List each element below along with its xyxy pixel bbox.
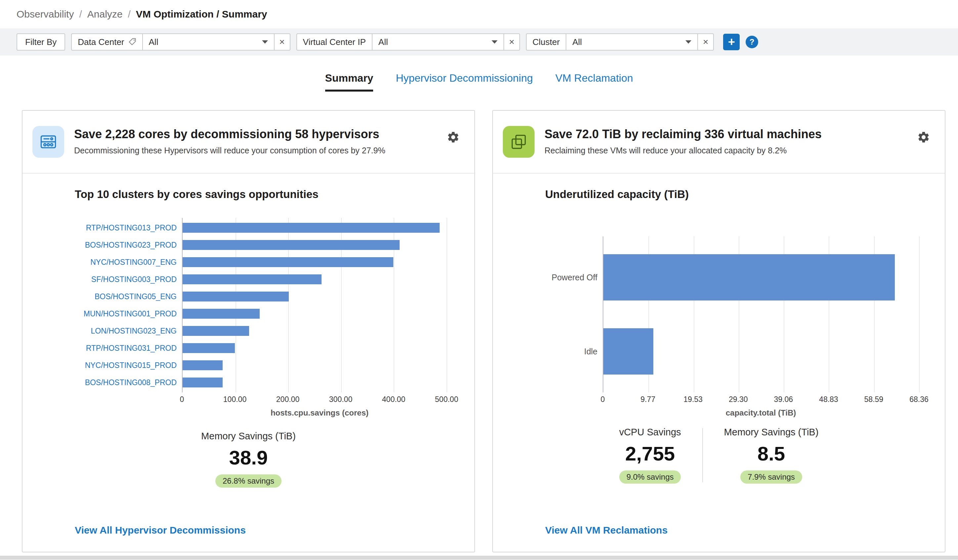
clear-virtual-center-ip-filter-button[interactable]: × (504, 33, 520, 51)
bar[interactable] (182, 343, 235, 353)
card-header: Save 2,228 cores by decommissioning 58 h… (22, 111, 474, 174)
filter-label-text: Data Center (78, 37, 124, 47)
selected-value: All (572, 37, 582, 47)
view-all-hypervisor-decommissions-link[interactable]: View All Hypervisor Decommissions (22, 525, 474, 552)
category-label[interactable]: RTP/HOSTING031_PROD (49, 340, 182, 357)
axis-tick-label: 100.00 (223, 395, 246, 404)
bar[interactable] (182, 378, 223, 388)
card-subtitle: Decommissioning these Hypervisors will r… (74, 146, 385, 155)
breadcrumb-separator: / (128, 9, 130, 20)
card-header: Save 72.0 TiB by reclaiming 336 virtual … (493, 111, 945, 174)
axis-tick-label: 500.00 (435, 395, 458, 404)
breadcrumb-current-page: VM Optimization / Summary (136, 9, 267, 20)
filter-label-data-center: Data Center (71, 33, 142, 51)
close-icon: × (509, 37, 514, 47)
axis-tick-label: 58.59 (864, 395, 883, 404)
tab-vm-reclamation[interactable]: VM Reclamation (555, 72, 633, 92)
stat-label: Memory Savings (TiB) (201, 431, 296, 441)
bar[interactable] (182, 326, 249, 336)
axis-tick-label: 0 (601, 395, 605, 404)
help-icon[interactable]: ? (745, 36, 758, 48)
filter-group-cluster: Cluster All × (526, 33, 714, 51)
axis-tick-label: 68.36 (909, 395, 929, 404)
filter-label-text: Virtual Center IP (303, 37, 366, 47)
axis-tick-label: 0 (180, 395, 184, 404)
settings-button[interactable] (447, 131, 460, 144)
axis-title: hosts.cpu.savings (cores) (182, 408, 457, 418)
stat-value: 8.5 (724, 442, 819, 465)
category-label[interactable]: LON/HOSTING023_ENG (49, 322, 182, 340)
bar[interactable] (182, 257, 393, 267)
savings-badge: 7.9% savings (740, 470, 802, 484)
summary-cards: Save 2,228 cores by decommissioning 58 h… (0, 110, 958, 552)
cores-savings-chart: RTP/HOSTING013_PRODBOS/HOSTING023_PRODNY… (49, 218, 457, 418)
gridline (447, 218, 447, 392)
category-label[interactable]: BOS/HOSTING05_ENG (49, 288, 182, 305)
stat-label: Memory Savings (TiB) (724, 427, 819, 438)
clear-cluster-filter-button[interactable]: × (698, 33, 714, 51)
memory-savings-stat: Memory Savings (TiB) 38.9 26.8% savings (182, 431, 314, 487)
page-bottom-strip (0, 556, 958, 560)
savings-badge: 9.0% savings (619, 470, 681, 484)
category-label[interactable]: RTP/HOSTING013_PROD (49, 219, 182, 236)
stat-value: 38.9 (201, 446, 296, 469)
selected-value: All (149, 37, 159, 47)
gear-icon (447, 134, 460, 146)
filter-label-cluster: Cluster (526, 33, 566, 51)
vm-reclamation-card: Save 72.0 TiB by reclaiming 336 virtual … (492, 110, 945, 552)
card-body: Top 10 clusters by cores savings opportu… (22, 174, 474, 552)
card-title: Save 72.0 TiB by reclaiming 336 virtual … (544, 127, 822, 141)
category-label[interactable]: SF/HOSTING003_PROD (49, 271, 182, 288)
filter-by-button[interactable]: Filter By (17, 33, 65, 51)
bar[interactable] (182, 223, 439, 233)
category-label[interactable]: NYC/HOSTING015_PROD (49, 357, 182, 374)
virtual-machine-icon (503, 126, 535, 158)
category-label[interactable]: NYC/HOSTING007_ENG (49, 253, 182, 271)
stat-value: 2,755 (619, 442, 681, 465)
tab-hypervisor-decommissioning[interactable]: Hypervisor Decommissioning (396, 72, 533, 92)
settings-button[interactable] (917, 131, 930, 144)
bar[interactable] (182, 291, 289, 302)
breadcrumb-item-analyze[interactable]: Analyze (87, 9, 123, 20)
category-label[interactable]: BOS/HOSTING008_PROD (49, 374, 182, 391)
bar[interactable] (182, 240, 400, 250)
vcpu-savings-stat: vCPU Savings 2,755 9.0% savings (601, 427, 699, 484)
category-label[interactable]: MUN/HOSTING001_PROD (49, 305, 182, 322)
hypervisor-decommissioning-card: Save 2,228 cores by decommissioning 58 h… (22, 110, 475, 552)
bar[interactable] (603, 254, 895, 301)
axis-tick-label: 29.30 (729, 395, 748, 404)
bar[interactable] (182, 309, 260, 319)
breadcrumb-separator: / (79, 9, 82, 20)
bar[interactable] (603, 328, 653, 375)
close-icon: × (703, 37, 708, 47)
category-label: Powered Off (523, 240, 603, 314)
card-subtitle: Reclaiming these VMs will reduce your al… (544, 146, 822, 155)
hypervisor-icon (32, 126, 64, 158)
add-filter-button[interactable]: + (723, 34, 740, 50)
cluster-select[interactable]: All (566, 33, 698, 51)
axis-tick-label: 9.77 (641, 395, 655, 404)
category-label[interactable]: BOS/HOSTING023_PROD (49, 236, 182, 253)
underutilized-capacity-chart: Powered OffIdle09.7719.5329.3039.0648.83… (523, 236, 919, 418)
filter-label-text: Cluster (533, 37, 560, 47)
filter-group-data-center: Data Center All × (71, 33, 290, 51)
tab-summary[interactable]: Summary (325, 72, 373, 92)
stat-label: vCPU Savings (619, 427, 681, 438)
close-icon: × (279, 37, 284, 47)
virtual-center-ip-select[interactable]: All (372, 33, 504, 51)
breadcrumb-item-observability[interactable]: Observability (17, 9, 74, 20)
bar[interactable] (182, 360, 223, 370)
stat-divider (702, 428, 703, 482)
axis-tick-label: 39.06 (774, 395, 793, 404)
axis-title: capacity.total (TiB) (603, 408, 919, 418)
axis-tick-label: 19.53 (684, 395, 703, 404)
filter-group-virtual-center-ip: Virtual Center IP All × (297, 33, 520, 51)
data-center-select[interactable]: All (142, 33, 274, 51)
clear-data-center-filter-button[interactable]: × (274, 33, 290, 51)
chevron-down-icon (685, 40, 692, 44)
memory-savings-stat: Memory Savings (TiB) 8.5 7.9% savings (706, 427, 837, 484)
view-all-vm-reclamations-link[interactable]: View All VM Reclamations (493, 525, 945, 552)
bar[interactable] (182, 274, 322, 284)
axis-tick-label: 48.83 (819, 395, 838, 404)
chevron-down-icon (262, 40, 268, 44)
